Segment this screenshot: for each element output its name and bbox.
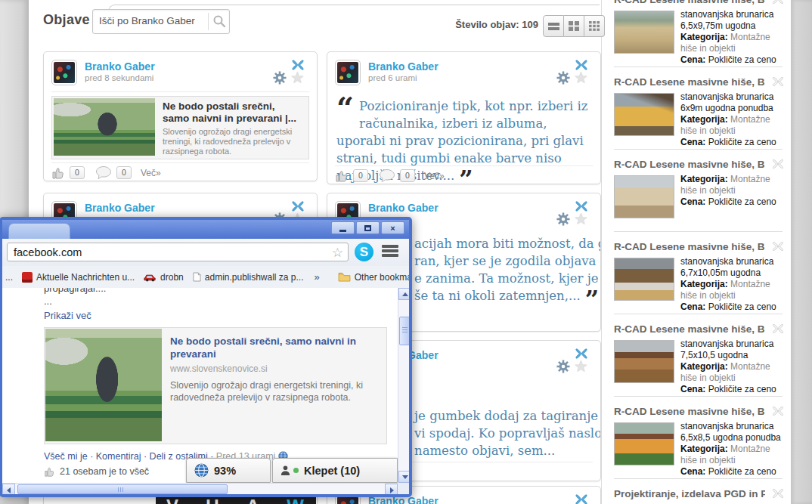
bookmark-item[interactable]: Aktuelle Nachrichten u... <box>22 272 135 283</box>
gear-icon[interactable] <box>273 71 287 85</box>
favorite-star-icon[interactable]: ★ <box>290 70 305 85</box>
link-attachment[interactable]: Ne bodo postali srečni, samo naivni in p… <box>51 96 309 159</box>
list-view-button[interactable] <box>543 15 564 37</box>
small-grid-view-button[interactable] <box>584 15 605 37</box>
price-label: Cena: <box>680 466 705 477</box>
chat-bar[interactable]: Klepet (10) <box>272 458 398 483</box>
close-button[interactable]: × <box>381 221 404 234</box>
butterfly-outline-icon[interactable] <box>770 240 786 253</box>
zoom-indicator[interactable]: 93% <box>186 458 271 483</box>
preview-title[interactable]: Ne bodo postali srečni, samo naivni in p… <box>170 335 376 360</box>
bookmark-star-icon[interactable]: ☆ <box>332 245 343 261</box>
listing-thumbnail[interactable] <box>614 93 674 136</box>
search-box <box>92 9 230 34</box>
gear-icon[interactable] <box>556 360 570 373</box>
listing-title[interactable]: R-CAD Lesene masivne hiše, Brun... <box>614 406 765 417</box>
close-icon: × <box>390 224 395 232</box>
menu-icon[interactable] <box>382 245 400 259</box>
maximize-button[interactable] <box>356 221 380 234</box>
more-link[interactable]: Več» <box>141 168 161 178</box>
close-quote-icon: ” <box>459 165 473 184</box>
listing-title[interactable]: R-CAD Lesene masivne hiše, Brun... <box>614 323 765 335</box>
close-quote-icon: ” <box>585 285 599 314</box>
butterfly-outline-icon[interactable] <box>770 0 786 6</box>
attachment-description: Slovenijo ogrožajo dragi energetski tren… <box>163 127 303 156</box>
listing-thumbnail[interactable] <box>614 422 674 465</box>
divider <box>335 165 593 166</box>
scroll-up-button[interactable] <box>398 288 410 300</box>
address-bar[interactable]: facebook.com ☆ <box>7 243 349 261</box>
listing-title[interactable]: R-CAD Lesene masivne hiše, Brun... <box>614 0 765 5</box>
search-input[interactable] <box>93 10 214 32</box>
listing-title[interactable]: R-CAD Lesene masivne hiše, Brun... <box>614 159 765 170</box>
scroll-left-button[interactable] <box>2 484 15 495</box>
listing-title[interactable]: R-CAD Lesene masivne hiše, Brun... <box>614 241 765 252</box>
show-more-link[interactable]: Prikaži več <box>44 310 91 321</box>
skype-extension-icon[interactable]: S <box>355 243 373 261</box>
listing-thumbnail[interactable] <box>614 11 674 54</box>
listing-thumbnail[interactable] <box>614 258 674 301</box>
butterfly-outline-icon[interactable] <box>770 157 786 171</box>
minimize-button[interactable] <box>331 221 355 234</box>
butterfly-outline-icon[interactable] <box>770 487 786 500</box>
gear-icon[interactable] <box>556 212 570 226</box>
preview-photo <box>45 329 162 441</box>
butterfly-icon[interactable] <box>572 492 590 504</box>
bookmark-overflow[interactable]: ... <box>5 272 13 283</box>
sidebar-divider <box>601 0 602 504</box>
listing-title[interactable]: Projektiranje, izdelava PGD in P... <box>614 488 765 499</box>
comment-icon[interactable] <box>379 169 395 183</box>
author-link[interactable]: Branko Gaber <box>368 202 439 214</box>
more-link[interactable]: Več» <box>424 171 445 181</box>
butterfly-outline-icon[interactable] <box>770 322 786 335</box>
grid-view-button[interactable] <box>564 15 584 37</box>
listing-description: stanovanjska brunarica 6,5x8,5 ugodna po… <box>680 421 781 443</box>
listing-thumbnail[interactable] <box>614 340 674 383</box>
scroll-right-button[interactable] <box>385 484 398 495</box>
comment-count: 0 <box>116 166 132 179</box>
quote-line: vi spodaj. Ko popravljaš naslov (ponovni <box>414 426 601 441</box>
app-screen: Objave Število objav: 109 Branko Gaber p… <box>0 0 812 504</box>
favorite-star-icon[interactable]: ★ <box>574 70 588 85</box>
avatar[interactable] <box>335 60 361 85</box>
category-label: Kategorija: <box>680 444 728 454</box>
gear-icon[interactable] <box>556 71 570 85</box>
card-footer: 0 0 Več» <box>335 169 445 183</box>
category-label: Kategorija: <box>680 174 728 184</box>
search-button[interactable] <box>209 10 229 33</box>
price-label: Cena: <box>680 54 705 65</box>
vertical-scrollbar[interactable] <box>398 288 410 483</box>
butterfly-outline-icon[interactable] <box>770 404 786 418</box>
bookmark-item[interactable]: admin.publishwall za p... <box>193 272 304 283</box>
browser-popup-window[interactable]: × facebook.com ☆ S ... Aktuelle Nachrich… <box>0 217 412 497</box>
post-card: Branko Gaber pred 6 urami ★ “Pozicionira… <box>327 51 601 184</box>
bookmarks-overflow-chevron[interactable]: » <box>315 271 320 283</box>
favorite-star-icon[interactable]: ★ <box>574 359 588 374</box>
facebook-link-preview[interactable]: Ne bodo postali srečni, samo naivni in p… <box>44 327 387 444</box>
favorite-star-icon[interactable]: ★ <box>574 212 588 227</box>
comment-icon[interactable] <box>95 165 112 180</box>
browser-tab[interactable] <box>8 223 70 240</box>
vertical-scroll-thumb[interactable] <box>399 317 411 345</box>
horizontal-scrollbar[interactable] <box>2 483 398 495</box>
down-arrow-icon <box>402 475 408 479</box>
thumbs-up-icon[interactable] <box>335 169 349 182</box>
listing-thumbnail[interactable] <box>614 175 674 218</box>
other-bookmarks-button[interactable]: Other bookmarks <box>338 272 412 283</box>
bookmark-item[interactable]: drobn <box>144 272 184 283</box>
thumbs-up-icon[interactable] <box>51 166 65 179</box>
post-timestamp: pred 6 urami <box>368 73 417 82</box>
divider <box>614 314 783 314</box>
price-value: Pokličite za ceno <box>708 466 776 477</box>
author-link[interactable]: Branko Gaber <box>85 60 155 73</box>
listing-title[interactable]: R-CAD Lesene masivne hiše, Brun... <box>614 76 765 88</box>
avatar[interactable] <box>51 60 77 85</box>
butterfly-outline-icon[interactable] <box>770 75 786 88</box>
up-arrow-icon <box>402 292 408 296</box>
horizontal-scroll-thumb[interactable] <box>17 484 228 494</box>
author-link[interactable]: Branko Gaber <box>85 202 155 214</box>
scroll-down-button[interactable] <box>398 471 410 483</box>
author-link[interactable]: Branko Gaber <box>368 60 439 73</box>
open-quote-icon: “ <box>336 97 354 119</box>
window-titlebar[interactable]: × <box>2 220 409 239</box>
